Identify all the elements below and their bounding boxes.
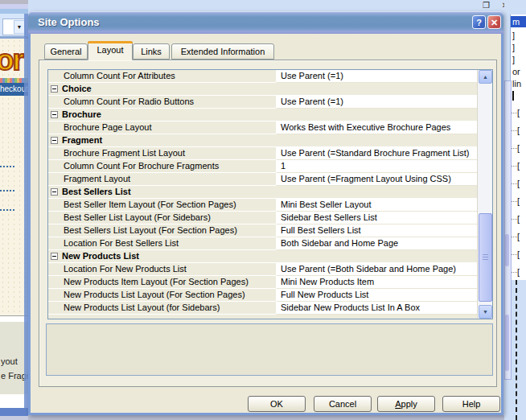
tab-extended-information[interactable]: Extended Information xyxy=(171,43,274,60)
property-value[interactable]: Works Best with Executive Brochure Pages xyxy=(276,121,477,134)
selection-marquee xyxy=(516,280,519,420)
ok-button[interactable]: OK xyxy=(248,396,306,412)
scroll-down-icon[interactable]: ▼ xyxy=(479,305,492,319)
left-strip-band xyxy=(0,416,28,420)
grid-row[interactable]: Brochure Page LayoutWorks Best with Exec… xyxy=(48,121,477,134)
tab-label: Links xyxy=(141,47,162,56)
property-label: Best Sellers List Layout (For Section Pa… xyxy=(48,224,276,237)
tree-item-fragment[interactable]: [ xyxy=(511,231,526,242)
property-value[interactable]: Use Parent (=Standard Brochure Fragment … xyxy=(276,147,477,160)
help-icon[interactable]: ? xyxy=(472,15,486,29)
property-value[interactable]: 1 xyxy=(276,160,477,173)
scrollbar-thumb[interactable] xyxy=(479,213,492,302)
group-label: Choice xyxy=(48,83,477,96)
scrollbar-thumb[interactable] xyxy=(505,234,509,266)
tree-item-fragment[interactable]: [ xyxy=(511,160,526,171)
collapse-icon[interactable] xyxy=(51,188,58,196)
grid-row[interactable]: Column Count For AttributesUse Parent (=… xyxy=(48,70,477,83)
grid-group-row[interactable]: New Products List xyxy=(48,250,477,263)
tree-item-fragment[interactable]: [ xyxy=(511,142,526,154)
scrollbar-thumb[interactable] xyxy=(505,315,509,371)
close-icon[interactable]: ✕ xyxy=(487,15,501,29)
tree-connector-icon xyxy=(511,272,517,274)
property-label: Column Count For Brochure Fragments xyxy=(48,160,276,173)
tab-links[interactable]: Links xyxy=(133,43,170,60)
apply-button[interactable]: Apply xyxy=(377,396,435,412)
tree-item-glyph: [ xyxy=(517,108,520,117)
cancel-button[interactable]: Cancel xyxy=(314,396,372,412)
property-label: Column Count For Attributes xyxy=(48,70,276,83)
property-value[interactable]: Sidebar Best Sellers List xyxy=(276,212,477,224)
property-value[interactable]: Use Parent (=Both Sidebar and Home Page) xyxy=(276,263,477,276)
property-description-box xyxy=(46,323,493,376)
tree-item-fragment[interactable]: [ xyxy=(511,213,526,224)
tree-connector-icon xyxy=(511,113,517,114)
grid-row[interactable]: Best Sellers List Layout (For Section Pa… xyxy=(48,224,477,237)
property-value[interactable]: Full Best Sellers List xyxy=(276,224,477,237)
background-window-top xyxy=(0,0,526,11)
tree-item-glyph: [ xyxy=(517,249,520,259)
tree-item-fragment[interactable]: [ xyxy=(511,178,526,189)
property-label: Column Count For Radio Buttons xyxy=(48,96,276,109)
tree-item-fragment[interactable]: [ xyxy=(511,196,526,207)
grid-row[interactable]: New Products List Layout (For Section Pa… xyxy=(48,289,477,302)
collapse-icon[interactable] xyxy=(51,85,58,93)
tab-label: General xyxy=(50,47,81,56)
property-value[interactable]: Full New Products List xyxy=(276,289,477,302)
grid-row[interactable]: New Products List Layout (for Sidebars)S… xyxy=(48,302,477,315)
property-label: New Products List Layout (For Section Pa… xyxy=(48,289,276,302)
background-window-edge xyxy=(0,408,28,416)
dropdown-arrow-icon[interactable]: ▼ xyxy=(14,20,25,34)
text-cursor xyxy=(512,91,514,101)
tab-general[interactable]: General xyxy=(44,43,88,60)
tab-label: Layout xyxy=(97,45,123,55)
group-label: Brochure xyxy=(48,109,477,121)
property-label: Location For Best Sellers List xyxy=(48,237,276,250)
tree-connector-icon xyxy=(511,237,517,238)
tree-item-fragment[interactable]: [ xyxy=(511,125,526,136)
tree-item-fragment[interactable]: [ xyxy=(511,249,526,260)
dialog-title: Site Options xyxy=(38,16,100,28)
grid-row[interactable]: Column Count For Radio ButtonsUse Parent… xyxy=(48,96,477,109)
grid-row[interactable]: Location For New Products ListUse Parent… xyxy=(48,263,477,276)
property-value[interactable]: Sidebar New Products List In A Box xyxy=(276,302,477,315)
property-value[interactable]: Both Sidebar and Home Page xyxy=(276,237,477,250)
grid-group-row[interactable]: Brochure xyxy=(48,109,477,121)
scroll-up-icon[interactable]: ▲ xyxy=(479,70,492,84)
help-button[interactable]: Help xyxy=(442,396,500,412)
grid-row[interactable]: Best Seller List Layout (For Sidebars)Si… xyxy=(48,212,477,224)
grid-row[interactable]: Column Count For Brochure Fragments1 xyxy=(48,160,477,173)
property-grid: Column Count For AttributesUse Parent (=… xyxy=(47,69,493,319)
group-label: Best Sellers List xyxy=(48,186,477,199)
grid-group-row[interactable]: Choice xyxy=(48,83,477,96)
property-value[interactable]: Use Parent (=1) xyxy=(276,70,477,83)
property-value[interactable]: Mini New Products Item xyxy=(276,276,477,289)
editor-text-fragment: ] xyxy=(512,42,526,53)
tab-layout[interactable]: Layout xyxy=(88,41,133,60)
grid-scrollbar[interactable]: ▲ ▼ xyxy=(477,70,492,319)
background-scrollbar[interactable] xyxy=(504,80,512,380)
grid-row[interactable]: Location For Best Sellers ListBoth Sideb… xyxy=(48,237,477,250)
collapse-icon[interactable] xyxy=(51,111,58,118)
grid-row[interactable]: Brochure Fragment List LayoutUse Parent … xyxy=(48,147,477,160)
tree-item-fragment[interactable]: [ xyxy=(511,107,526,118)
property-label: New Products Item Layout (For Section Pa… xyxy=(48,276,276,289)
screen: ❐ ✕ ▼ or heckout yout e Fragm m ]]]orlin… xyxy=(0,0,526,420)
dialog-body: GeneralLayoutLinksExtended Information C… xyxy=(28,34,503,415)
grid-row[interactable]: Best Seller Item Layout (For Section Pag… xyxy=(48,199,477,212)
property-value[interactable]: Use Parent (=Fragment Layout Using CSS) xyxy=(276,173,477,186)
dotted-link-fragment xyxy=(0,187,14,191)
grid-group-row[interactable]: Fragment xyxy=(48,134,477,147)
property-label: Fragment Layout xyxy=(48,173,276,186)
dialog-titlebar[interactable]: Site Options ? ✕ xyxy=(28,11,503,34)
tree-item-fragment[interactable]: [ xyxy=(511,266,526,278)
property-value[interactable]: Mini Best Seller Layout xyxy=(276,199,477,212)
collapse-icon[interactable] xyxy=(51,137,58,144)
grid-group-row[interactable]: Best Sellers List xyxy=(48,186,477,199)
editor-selected-line[interactable]: m xyxy=(511,16,526,27)
grid-row[interactable]: Fragment LayoutUse Parent (=Fragment Lay… xyxy=(48,173,477,186)
property-label: Brochure Page Layout xyxy=(48,121,276,134)
collapse-icon[interactable] xyxy=(51,253,58,260)
grid-row[interactable]: New Products Item Layout (For Section Pa… xyxy=(48,276,477,289)
property-value[interactable]: Use Parent (=1) xyxy=(276,96,477,109)
